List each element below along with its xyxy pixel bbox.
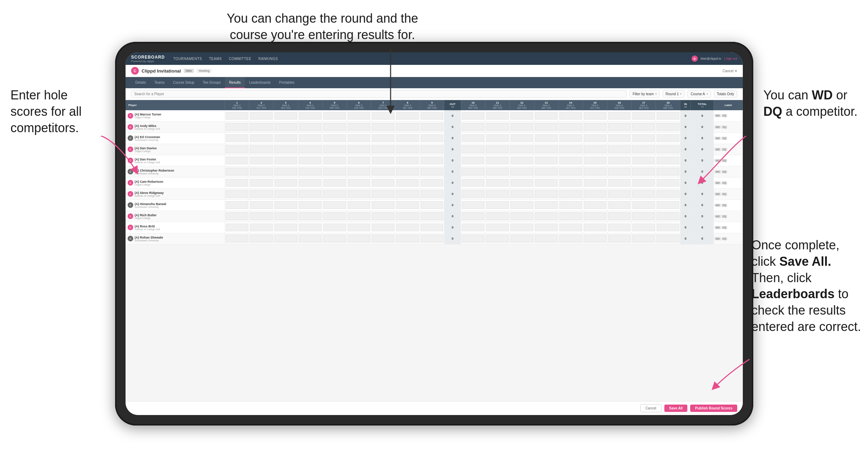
- wd-button[interactable]: WD: [715, 137, 721, 140]
- score-cell-hole-14[interactable]: [558, 199, 583, 211]
- wd-button[interactable]: WD: [715, 226, 721, 229]
- score-cell-hole-9[interactable]: [420, 144, 444, 155]
- score-cell-hole-7[interactable]: [371, 144, 395, 155]
- score-cell-hole-17[interactable]: [632, 144, 656, 155]
- wd-button[interactable]: WD: [715, 181, 721, 184]
- score-cell-hole-1[interactable]: [225, 188, 249, 199]
- score-cell-hole-5[interactable]: [322, 133, 347, 144]
- score-cell-hole-8[interactable]: [395, 133, 420, 144]
- score-cell-hole-9[interactable]: [420, 233, 444, 244]
- score-cell-hole-17[interactable]: [632, 199, 656, 211]
- cancel-button[interactable]: Cancel: [640, 404, 662, 412]
- score-cell-hole-1[interactable]: [225, 211, 249, 222]
- score-cell-hole-8[interactable]: [395, 188, 420, 199]
- score-cell-hole-14[interactable]: [558, 222, 583, 233]
- score-cell-hole-18[interactable]: [656, 233, 680, 244]
- score-cell-hole-1[interactable]: [225, 110, 249, 121]
- score-cell-hole-3[interactable]: [273, 121, 298, 133]
- score-cell-hole-2[interactable]: [249, 144, 273, 155]
- score-cell-hole-13[interactable]: [534, 233, 558, 244]
- nav-committee[interactable]: COMMITTEE: [229, 57, 251, 61]
- score-cell-hole-13[interactable]: [534, 177, 558, 188]
- score-cell-hole-14[interactable]: [558, 144, 583, 155]
- score-cell-hole-10[interactable]: [461, 199, 485, 211]
- score-cell-hole-12[interactable]: [510, 222, 534, 233]
- score-cell-hole-6[interactable]: [347, 222, 371, 233]
- score-cell-hole-4[interactable]: [298, 144, 322, 155]
- score-cell-hole-1[interactable]: [225, 121, 249, 133]
- score-cell-hole-17[interactable]: [632, 222, 656, 233]
- score-cell-hole-14[interactable]: [558, 155, 583, 166]
- score-cell-hole-9[interactable]: [420, 121, 444, 133]
- score-cell-hole-3[interactable]: [273, 110, 298, 121]
- score-cell-hole-13[interactable]: [534, 144, 558, 155]
- score-cell-hole-15[interactable]: [583, 188, 607, 199]
- score-cell-hole-7[interactable]: [371, 133, 395, 144]
- dq-button[interactable]: DQ: [722, 137, 727, 140]
- score-cell-hole-4[interactable]: [298, 199, 322, 211]
- score-cell-hole-11[interactable]: [485, 155, 510, 166]
- score-cell-hole-2[interactable]: [249, 211, 273, 222]
- score-cell-hole-15[interactable]: [583, 222, 607, 233]
- score-cell-hole-12[interactable]: [510, 144, 534, 155]
- score-cell-hole-9[interactable]: [420, 110, 444, 121]
- course-select[interactable]: Course A ▾: [687, 90, 711, 98]
- score-cell-hole-10[interactable]: [461, 133, 485, 144]
- score-cell-hole-1[interactable]: [225, 222, 249, 233]
- score-cell-hole-10[interactable]: [461, 222, 485, 233]
- score-cell-hole-8[interactable]: [395, 121, 420, 133]
- score-cell-hole-1[interactable]: [225, 144, 249, 155]
- score-cell-hole-15[interactable]: [583, 121, 607, 133]
- score-cell-hole-12[interactable]: [510, 133, 534, 144]
- score-cell-hole-8[interactable]: [395, 155, 420, 166]
- score-cell-hole-16[interactable]: [607, 222, 632, 233]
- score-cell-hole-13[interactable]: [534, 211, 558, 222]
- score-cell-hole-9[interactable]: [420, 188, 444, 199]
- score-cell-hole-7[interactable]: [371, 177, 395, 188]
- score-cell-hole-6[interactable]: [347, 110, 371, 121]
- score-cell-hole-6[interactable]: [347, 166, 371, 177]
- score-cell-hole-10[interactable]: [461, 233, 485, 244]
- wd-button[interactable]: WD: [715, 126, 721, 129]
- score-cell-hole-10[interactable]: [461, 121, 485, 133]
- score-cell-hole-5[interactable]: [322, 233, 347, 244]
- score-cell-hole-18[interactable]: [656, 188, 680, 199]
- wd-button[interactable]: WD: [715, 114, 721, 117]
- score-cell-hole-6[interactable]: [347, 211, 371, 222]
- score-cell-hole-2[interactable]: [249, 166, 273, 177]
- score-cell-hole-2[interactable]: [249, 222, 273, 233]
- score-cell-hole-7[interactable]: [371, 166, 395, 177]
- score-cell-hole-7[interactable]: [371, 121, 395, 133]
- score-cell-hole-6[interactable]: [347, 177, 371, 188]
- score-cell-hole-2[interactable]: [249, 155, 273, 166]
- score-cell-hole-14[interactable]: [558, 188, 583, 199]
- score-cell-hole-2[interactable]: [249, 133, 273, 144]
- score-cell-hole-2[interactable]: [249, 188, 273, 199]
- score-cell-hole-11[interactable]: [485, 166, 510, 177]
- score-cell-hole-2[interactable]: [249, 177, 273, 188]
- score-cell-hole-13[interactable]: [534, 199, 558, 211]
- score-cell-hole-12[interactable]: [510, 199, 534, 211]
- score-cell-hole-13[interactable]: [534, 155, 558, 166]
- search-input[interactable]: [131, 90, 627, 98]
- score-cell-hole-5[interactable]: [322, 121, 347, 133]
- score-cell-hole-5[interactable]: [322, 166, 347, 177]
- score-cell-hole-6[interactable]: [347, 233, 371, 244]
- score-cell-hole-4[interactable]: [298, 211, 322, 222]
- score-cell-hole-17[interactable]: [632, 110, 656, 121]
- score-cell-hole-4[interactable]: [298, 177, 322, 188]
- score-cell-hole-16[interactable]: [607, 110, 632, 121]
- score-cell-hole-11[interactable]: [485, 144, 510, 155]
- score-cell-hole-11[interactable]: [485, 177, 510, 188]
- score-cell-hole-12[interactable]: [510, 155, 534, 166]
- score-cell-hole-10[interactable]: [461, 211, 485, 222]
- score-cell-hole-6[interactable]: [347, 133, 371, 144]
- score-cell-hole-16[interactable]: [607, 121, 632, 133]
- score-cell-hole-13[interactable]: [534, 133, 558, 144]
- score-cell-hole-9[interactable]: [420, 166, 444, 177]
- score-cell-hole-10[interactable]: [461, 166, 485, 177]
- score-cell-hole-9[interactable]: [420, 222, 444, 233]
- score-cell-hole-13[interactable]: [534, 121, 558, 133]
- score-cell-hole-13[interactable]: [534, 110, 558, 121]
- score-cell-hole-15[interactable]: [583, 177, 607, 188]
